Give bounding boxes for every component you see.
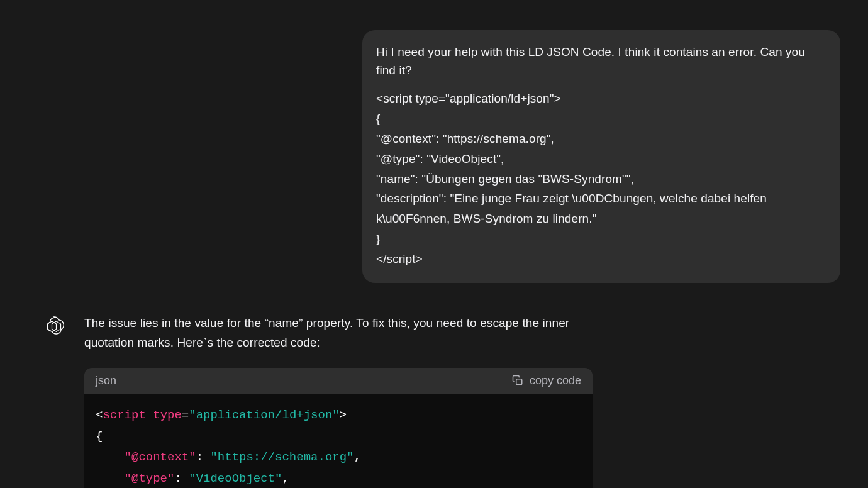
user-code-line: } [376,229,826,249]
user-message-bubble: Hi I need your help with this LD JSON Co… [362,30,840,283]
assistant-content: The issue lies in the value for the “nam… [84,313,634,488]
copy-code-label: copy code [530,374,581,387]
code-line: "@type": "VideoObject", [96,469,581,488]
user-code-line: { [376,109,826,129]
user-code-line: </script> [376,249,826,269]
openai-logo-icon [43,314,65,337]
assistant-message-row: The issue lies in the value for the “nam… [43,313,634,488]
conversation: Hi I need your help with this LD JSON Co… [0,0,868,488]
code-block: json copy code <script type="application… [84,368,593,488]
copy-icon [512,375,523,386]
user-code-text: <script type="application/ld+json"> { "@… [376,89,826,269]
code-line: { [96,426,581,448]
svg-rect-0 [516,379,522,385]
user-code-line: "@type": "VideoObject", [376,149,826,169]
user-code-line: "@context": "https://schema.org", [376,129,826,149]
user-code-line: <script type="application/ld+json"> [376,89,826,109]
assistant-avatar [43,314,65,337]
user-code-line: "description": "Eine junge Frau zeigt \u… [376,189,826,229]
user-message-row: Hi I need your help with this LD JSON Co… [28,30,840,283]
user-code-line: "name": "Übungen gegen das "BWS-Syndrom"… [376,169,826,189]
code-block-body: <script type="application/ld+json"> { "@… [84,394,593,488]
code-block-header: json copy code [84,368,593,394]
assistant-text: The issue lies in the value for the “nam… [84,313,581,353]
user-prompt-text: Hi I need your help with this LD JSON Co… [376,43,826,80]
code-line: <script type="application/ld+json"> [96,405,581,426]
code-line: "@context": "https://schema.org", [96,447,581,469]
code-language-label: json [96,374,116,387]
copy-code-button[interactable]: copy code [512,374,581,387]
